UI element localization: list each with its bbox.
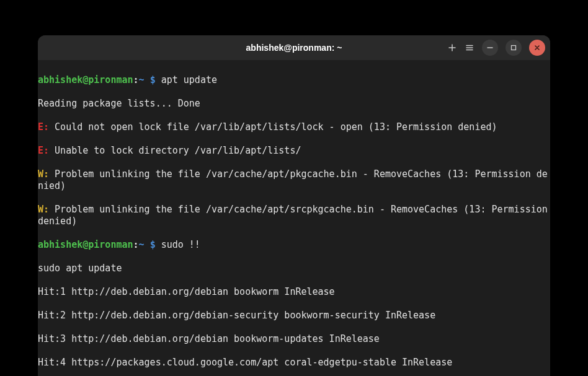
prompt-path: ~: [139, 239, 145, 250]
warning-text: Problem unlinking the file /var/cache/ap…: [38, 204, 550, 227]
error-prefix: E:: [38, 121, 49, 133]
output-line: Hit:4 https://packages.cloud.google.com/…: [38, 357, 550, 369]
prompt-symbol: $: [150, 74, 156, 85]
output-line: Hit:3 http://deb.debian.org/debian bookw…: [38, 333, 550, 345]
hamburger-menu-icon[interactable]: [465, 43, 474, 53]
output-line: Hit:1 http://deb.debian.org/debian bookw…: [38, 286, 550, 298]
error-prefix: E:: [38, 145, 49, 156]
command-input: sudo !!: [161, 239, 200, 250]
error-text: Could not open lock file /var/lib/apt/li…: [49, 121, 497, 133]
warning-text: Problem unlinking the file /var/cache/ap…: [38, 168, 548, 191]
maximize-button[interactable]: [506, 40, 522, 56]
command-input: apt update: [161, 74, 217, 85]
output-line: sudo apt update: [38, 263, 550, 274]
prompt-host: pironman: [88, 74, 133, 85]
svg-rect-0: [512, 46, 516, 50]
terminal-window: abhishek@pironman: ~ abhishek@pironman:~…: [38, 35, 550, 376]
warning-prefix: W:: [38, 168, 49, 180]
warning-prefix: W:: [38, 204, 49, 215]
prompt-user: abhishek: [38, 239, 82, 250]
output-line: Reading package lists... Done: [38, 98, 550, 110]
new-tab-icon[interactable]: [447, 43, 457, 53]
prompt-path: ~: [139, 74, 145, 85]
prompt-host: pironman: [88, 239, 133, 250]
error-text: Unable to lock directory /var/lib/apt/li…: [49, 145, 301, 156]
prompt-user: abhishek: [38, 74, 82, 85]
output-line: Hit:2 http://deb.debian.org/debian-secur…: [38, 310, 550, 321]
terminal-content[interactable]: abhishek@pironman:~ $ apt update Reading…: [38, 60, 550, 376]
close-button[interactable]: [529, 40, 545, 56]
prompt-symbol: $: [150, 239, 156, 250]
titlebar: abhishek@pironman: ~: [38, 35, 550, 60]
minimize-button[interactable]: [482, 40, 498, 56]
titlebar-controls: [447, 40, 545, 56]
